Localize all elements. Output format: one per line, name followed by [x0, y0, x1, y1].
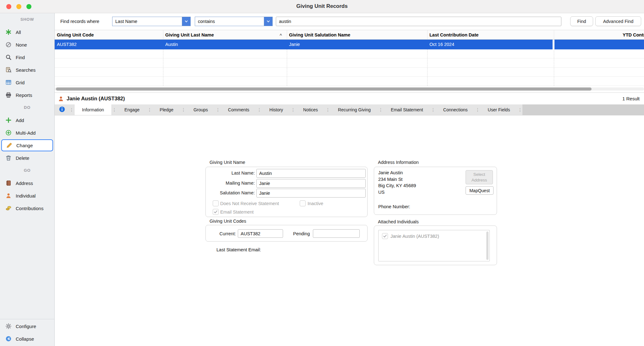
column-divider-dashed: [554, 49, 554, 86]
sidebar-item-grid[interactable]: Grid: [0, 76, 54, 89]
salutation-name-field[interactable]: [256, 189, 366, 198]
advanced-find-button[interactable]: Advanced Find: [595, 16, 641, 26]
tab-separator-icon: ⋮: [112, 104, 117, 115]
info-circle-icon: [59, 106, 65, 114]
operator-dropdown[interactable]: contains: [195, 17, 273, 26]
sidebar-item-label: Find: [16, 55, 25, 60]
address-line: Big City, KY 45689: [378, 182, 416, 189]
window-title: Giving Unit Records: [0, 3, 644, 9]
tab-groups[interactable]: Groups: [186, 104, 216, 115]
sidebar-item-none[interactable]: None: [0, 38, 54, 51]
column-divider: [287, 30, 287, 39]
pencil-icon: [6, 142, 13, 149]
phone-number-label: Phone Number:: [378, 204, 410, 209]
find-button[interactable]: Find: [570, 16, 593, 26]
sidebar-item-label: Multi-Add: [16, 130, 35, 136]
tab-history[interactable]: History: [262, 104, 291, 115]
sidebar-item-label: Searches: [16, 67, 35, 73]
sidebar-item-all[interactable]: All: [0, 26, 54, 38]
multi-add-icon: [5, 129, 12, 136]
mailing-name-label: Mailing Name:: [209, 181, 255, 186]
title-bar: Giving Unit Records: [0, 0, 644, 13]
sidebar-item-contributions[interactable]: Contributions: [0, 202, 54, 215]
sidebar-footer: Configure Collapse: [0, 319, 54, 345]
sidebar-item-searches[interactable]: Searches: [0, 64, 54, 76]
giving-unit-name-legend: Giving Unit Name: [210, 160, 245, 165]
sidebar-item-multi-add[interactable]: Multi-Add: [0, 126, 54, 139]
column-header-ytd-contributions[interactable]: YTD Contri: [623, 32, 644, 37]
mapquest-button[interactable]: MapQuest: [466, 186, 494, 195]
column-header-giving-unit-salutation-name[interactable]: Giving Unit Salutation Name: [289, 32, 350, 37]
field-dropdown-value: Last Name: [115, 19, 137, 24]
sidebar-item-address[interactable]: Address: [0, 177, 54, 189]
sidebar-item-find[interactable]: Find: [0, 51, 54, 64]
column-header-last-contribution-date[interactable]: Last Contribution Date: [429, 32, 478, 37]
chevron-down-icon: [182, 17, 190, 26]
current-code-field[interactable]: [238, 229, 283, 238]
search-input[interactable]: [276, 17, 561, 26]
main-area: Find records where Last Name contains Fi…: [55, 13, 644, 346]
address-information-group: Janie Austin 234 Main St Big City, KY 45…: [374, 167, 497, 215]
cell-giving-unit-code: AUST382: [57, 42, 77, 47]
tab-information[interactable]: Information: [74, 104, 112, 115]
mailing-name-field[interactable]: [256, 179, 366, 188]
sidebar-item-configure[interactable]: Configure: [0, 320, 54, 332]
last-name-field[interactable]: [256, 169, 366, 178]
chevron-down-icon: [264, 17, 272, 26]
address-book-icon: [5, 180, 12, 187]
tab-connections[interactable]: Connections: [436, 104, 475, 115]
tab-recurring-giving[interactable]: Recurring Giving: [330, 104, 378, 115]
giving-unit-codes-group: Current: Pending: [205, 225, 368, 242]
email-statement-label: Email Statement: [220, 209, 254, 215]
email-statement-checkbox[interactable]: [213, 209, 219, 215]
tab-notices[interactable]: Notices: [296, 104, 325, 115]
column-divider: [427, 30, 428, 39]
table-row-selected[interactable]: AUST382 Austin Janie Oct 16 2024: [55, 40, 644, 49]
info-tab[interactable]: [55, 104, 69, 115]
vertical-scrollbar[interactable]: [486, 232, 488, 260]
table-empty-row: [55, 68, 644, 77]
giving-unit-codes-legend: Giving Unit Codes: [210, 219, 246, 224]
sidebar-item-label: Delete: [16, 155, 29, 161]
address-information-legend: Address Information: [378, 160, 419, 165]
sidebar-item-reports[interactable]: Reports: [0, 89, 54, 101]
pending-code-label: Pending: [293, 231, 310, 236]
none-icon: [5, 41, 12, 48]
horizontal-scrollbar[interactable]: [56, 87, 592, 91]
tab-user-fields[interactable]: User Fields: [480, 104, 518, 115]
table-empty-row: [55, 49, 644, 59]
column-header-giving-unit-last-name[interactable]: Giving Unit Last Name: [165, 32, 214, 37]
sidebar-item-individual[interactable]: Individual: [0, 189, 54, 202]
tab-separator-icon: ⋮: [325, 104, 330, 115]
tab-pledge[interactable]: Pledge: [152, 104, 181, 115]
sidebar-item-delete[interactable]: Delete: [0, 152, 54, 164]
plus-icon: [5, 117, 12, 124]
inactive-checkbox[interactable]: [300, 200, 306, 206]
current-code-label: Current:: [209, 231, 236, 236]
tab-email-statement[interactable]: Email Statement: [383, 104, 431, 115]
column-header-giving-unit-code[interactable]: Giving Unit Code: [57, 32, 94, 37]
salutation-name-label: Salutation Name:: [209, 190, 255, 195]
printer-icon: [5, 92, 12, 98]
detail-tab-bar: ⋮ Information ⋮ Engage ⋮ Pledge ⋮ Groups…: [55, 104, 644, 115]
sidebar-item-collapse[interactable]: Collapse: [0, 332, 54, 345]
sidebar-item-label: Configure: [16, 324, 36, 329]
sidebar-item-change[interactable]: Change: [1, 139, 53, 151]
tab-separator-icon: ⋮: [475, 104, 480, 115]
result-count: 1 Result: [622, 96, 640, 101]
person-icon: [5, 192, 12, 199]
pending-code-field[interactable]: [313, 229, 360, 238]
does-not-receive-statement-checkbox[interactable]: [213, 200, 219, 206]
tab-engage[interactable]: Engage: [117, 104, 147, 115]
column-divider-dashed: [163, 49, 163, 86]
field-dropdown[interactable]: Last Name: [112, 17, 191, 26]
attached-individual-label: Janie Austin (AUST382): [390, 234, 439, 239]
select-address-button[interactable]: Select Address: [466, 170, 493, 184]
attached-individual-checkbox[interactable]: [382, 233, 388, 239]
tab-separator-icon: ⋮: [291, 104, 296, 115]
sidebar-section-show: SHOW: [0, 13, 54, 26]
collapse-icon: [5, 335, 12, 342]
does-not-receive-statement-label: Does Not Receive Statement: [220, 201, 279, 206]
sidebar-item-add[interactable]: Add: [0, 114, 54, 126]
tab-comments[interactable]: Comments: [221, 104, 257, 115]
